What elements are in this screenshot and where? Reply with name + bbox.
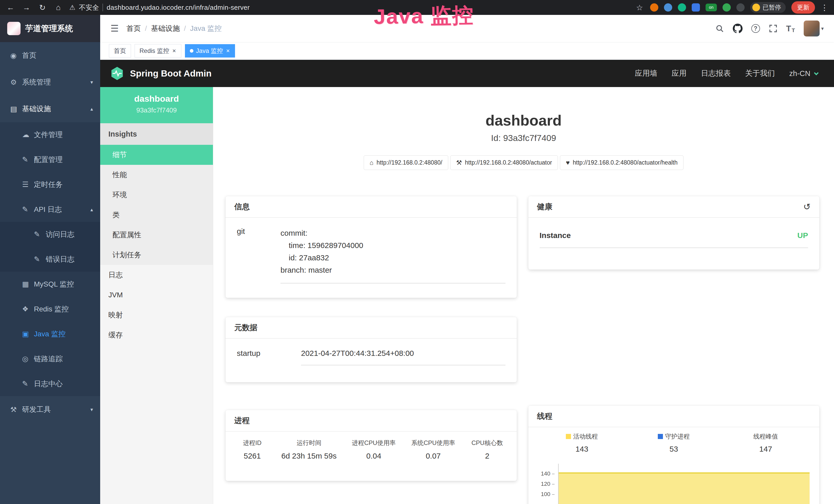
edit-icon: ✎ [22,380,34,388]
service-url-link[interactable]: ⌂ http://192.168.0.2:48080/ [364,155,448,170]
sidebar-item-dev-tools[interactable]: ⚒ 研发工具 ▾ [0,396,100,423]
sidebar-item-tracing[interactable]: ◎ 链路追踪 [0,346,100,371]
extension-icon-6[interactable] [737,3,745,12]
sba-item-classes[interactable]: 类 [100,205,213,225]
sidebar-item-java-monitor[interactable]: ▣ Java 监控 [0,321,100,346]
search-icon[interactable] [715,24,724,33]
profile-paused-chip[interactable]: 已暂停 [750,2,786,13]
tab-home[interactable]: 首页 [109,44,131,58]
health-card-title: 健康 [537,202,552,212]
breadcrumb-infrastructure[interactable]: 基础设施 [151,24,180,33]
metadata-card: 元数据 startup 2021-04-27T00:44:31.254+08:0… [225,317,517,382]
font-size-icon[interactable]: T T [786,24,795,33]
sba-item-jvm[interactable]: JVM [100,285,213,305]
app-title: 芋道管理系统 [25,23,73,34]
tab-java-monitor[interactable]: Java 监控 × [185,44,235,58]
legend-peak-threads: 线程峰值 147 [720,432,812,453]
help-icon[interactable]: ? [751,24,760,33]
extension-icon-2[interactable] [664,3,672,12]
threads-chart-yaxis: 140 120 100 [536,464,558,504]
sba-item-caches[interactable]: 缓存 [100,325,213,345]
table-icon: ▦ [22,280,34,288]
actuator-url-link[interactable]: ⚒ http://192.168.0.2:48080/actuator [450,155,558,170]
edit-icon: ✎ [34,255,46,264]
sidebar-item-config-mgmt[interactable]: ✎ 配置管理 [0,147,100,172]
sba-nav-journal[interactable]: 日志报表 [701,68,731,78]
extension-icon-1[interactable] [650,3,658,12]
health-url-link[interactable]: ♥ http://192.168.0.2:48080/actuator/heal… [560,155,683,170]
process-col: CPU核心数 2 [463,439,511,460]
extension-icon-3[interactable] [678,3,686,12]
forward-icon[interactable]: → [22,3,31,12]
sba-item-mappings[interactable]: 映射 [100,305,213,325]
sidebar-item-redis-monitor[interactable]: ❖ Redis 监控 [0,297,100,321]
user-avatar[interactable]: ▾ [804,21,824,37]
extension-icon-5[interactable] [723,3,731,12]
threads-chart: 140 120 100 [536,464,812,504]
browser-update-button[interactable]: 更新 [791,1,815,14]
avatar [804,21,820,37]
layers-icon: ❖ [22,305,34,313]
process-col: 进程CPU使用率 0.04 [344,439,403,460]
sba-item-metrics[interactable]: 性能 [100,165,213,185]
monitor-icon: ▣ [22,330,34,338]
heartbeat-icon: ♥ [566,159,570,166]
history-icon[interactable]: ↺ [804,202,811,212]
back-icon[interactable]: ← [6,3,16,12]
sba-item-environment[interactable]: 环境 [100,185,213,205]
eye-icon: ◎ [22,354,34,363]
edit-icon: ✎ [22,205,34,214]
breadcrumb-home[interactable]: 首页 [126,24,141,33]
locale-select[interactable]: zh-CN [789,69,820,78]
edit-icon: ✎ [34,230,46,238]
address-bar[interactable]: ⚠ 不安全 dashboard.yudao.iocoder.cn/infra/a… [69,3,250,12]
sba-nav-about[interactable]: 关于我们 [745,68,775,78]
sidebar-item-api-logs[interactable]: ✎ API 日志 ▴ [0,197,100,222]
sidebar-item-error-logs[interactable]: ✎ 错误日志 [0,247,100,272]
live-threads-area [559,473,810,504]
browser-menu-icon[interactable]: ⋮ [821,3,828,12]
sidebar-item-log-center[interactable]: ✎ 日志中心 [0,371,100,396]
browser-home-icon[interactable]: ⌂ [53,3,63,12]
sba-item-scheduled-tasks[interactable]: 计划任务 [100,245,213,265]
close-icon[interactable]: × [172,47,176,54]
tab-redis-monitor[interactable]: Redis 监控 × [135,44,181,58]
metadata-value: 2021-04-27T00:44:31.254+08:00 [301,349,505,365]
extension-icon-4[interactable] [692,3,700,12]
instance-header[interactable]: dashboard 93a3fc7f7409 [100,87,213,123]
cloud-icon: ☁ [22,131,34,139]
sidebar-item-file-mgmt[interactable]: ☁ 文件管理 [0,122,100,147]
sidebar-item-home[interactable]: ◉ 首页 [0,42,100,69]
screen: ← → ↻ ⌂ ⚠ 不安全 dashboard.yudao.iocoder.cn… [0,0,834,504]
sba-item-config-props[interactable]: 配置属性 [100,225,213,245]
logo-avatar [7,22,21,35]
close-icon[interactable]: × [225,47,230,54]
legend-live-threads: 活动线程 143 [536,432,628,453]
profile-avatar-icon [752,4,760,11]
info-card-title: 信息 [234,202,250,212]
sba-brand[interactable]: Spring Boot Admin [110,66,212,81]
sidebar-item-mysql-monitor[interactable]: ▦ MySQL 监控 [0,272,100,297]
health-row: Instance UP [540,231,808,248]
sidebar-item-system-mgmt[interactable]: ⚙ 系统管理 ▾ [0,69,100,95]
hamburger-icon[interactable]: ☰ [110,23,119,34]
fullscreen-icon[interactable] [769,24,777,33]
sba-nav-wallboard[interactable]: 应用墙 [635,68,657,78]
chevron-down-icon [813,70,820,77]
sba-item-details[interactable]: 细节 [100,145,213,165]
sba-item-logs[interactable]: 日志 [100,265,213,285]
threads-card: 线程 活动线程 143 守护进程 53 [528,406,820,504]
extension-on-toggle[interactable]: on [706,4,717,11]
dashboard-icon: ◉ [10,51,22,60]
wrench-icon: ⚒ [456,159,462,166]
sba-nav-applications[interactable]: 应用 [672,68,686,78]
reload-icon[interactable]: ↻ [38,3,47,12]
github-icon[interactable] [733,24,743,33]
sidebar-item-scheduled-jobs[interactable]: ☰ 定时任务 [0,172,100,197]
sidebar-item-infrastructure[interactable]: ▤ 基础设施 ▴ [0,95,100,122]
sidebar-item-access-logs[interactable]: ✎ 访问日志 [0,222,100,247]
app-logo[interactable]: 芋道管理系统 [0,15,100,42]
admin-sidebar: 芋道管理系统 ◉ 首页 ⚙ 系统管理 ▾ ▤ 基础设施 ▴ ☁ 文件管理 ✎ [0,15,100,504]
bookmark-star-icon[interactable]: ☆ [635,3,644,12]
process-col: 运行时间 6d 23h 15m 59s [274,439,344,460]
